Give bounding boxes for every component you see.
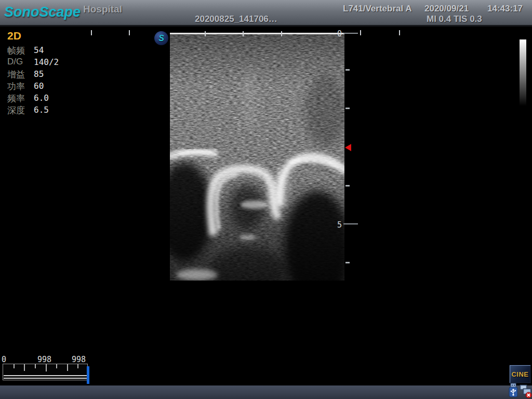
param-frequency-value: 6.0 <box>34 93 49 103</box>
cine-button-label: CINE <box>511 370 528 378</box>
mi-tis-readout: MI 0.4 TIS 0.3 <box>427 14 482 24</box>
cine-tick <box>24 364 25 371</box>
system-date: 2020/09/21 <box>424 4 469 14</box>
sonoscape-logo: SonoScape <box>4 4 81 20</box>
ruler-tick <box>345 69 350 71</box>
ruler-tick <box>360 30 361 35</box>
system-time: 14:43:17 <box>487 4 523 14</box>
ruler-major-tick <box>343 33 358 34</box>
depth-ruler-zero: 0 <box>335 29 342 38</box>
cine-tick <box>46 364 47 371</box>
usb-icon[interactable] <box>508 382 519 399</box>
network-disconnected-icon[interactable] <box>520 384 532 399</box>
param-dg-label: D/G <box>7 57 23 67</box>
ruler-tick <box>243 31 244 36</box>
cine-tick <box>67 364 68 371</box>
cine-total-frames: 998 <box>72 355 86 364</box>
cine-button[interactable]: CINE <box>509 365 531 383</box>
cine-tick <box>35 364 36 368</box>
ruler-major-tick <box>343 223 358 224</box>
ultrasound-screen: { "header": { "logo": "SonoScape", "hosp… <box>0 0 532 399</box>
param-framerate-label: 帧频 <box>7 45 25 57</box>
param-frequency-label: 频率 <box>7 92 25 104</box>
hospital-name: Hospital <box>83 4 122 15</box>
probe-orientation-marker: S <box>154 31 168 45</box>
ruler-tick <box>205 31 206 36</box>
cine-track-line <box>4 378 87 379</box>
param-gain-value: 85 <box>34 69 44 79</box>
mode-2d-label: 2D <box>7 30 21 42</box>
depth-ruler-five: 5 <box>335 220 342 230</box>
param-framerate-value: 54 <box>34 45 44 55</box>
param-depth-value: 6.5 <box>34 105 49 115</box>
cine-track-line <box>4 375 87 376</box>
ultrasound-image <box>170 33 344 281</box>
ruler-tick <box>345 185 350 187</box>
focus-position-marker-icon[interactable] <box>345 144 351 151</box>
ruler-tick <box>345 262 350 263</box>
cine-position-handle[interactable] <box>87 366 89 384</box>
param-dg-value: 140/2 <box>34 57 59 67</box>
cine-progress-bar[interactable] <box>3 364 88 380</box>
exam-id: 20200825_141706… <box>195 14 277 24</box>
probe-preset: L741/Vertebral A <box>343 4 412 14</box>
probe-marker-letter: S <box>158 34 164 43</box>
ruler-tick <box>91 30 92 35</box>
param-power-value: 60 <box>34 81 44 91</box>
cine-tick <box>14 364 15 368</box>
title-bar: SonoScape Hospital L741/Vertebral A 2020… <box>0 0 532 26</box>
cine-current-frame: 998 <box>37 355 51 364</box>
grayscale-bar <box>520 39 526 106</box>
cine-tick <box>56 364 57 368</box>
ruler-tick <box>129 30 130 35</box>
param-power-label: 功率 <box>7 81 25 92</box>
ruler-tick <box>345 108 350 109</box>
ruler-tick <box>281 31 282 36</box>
param-depth-label: 深度 <box>7 104 25 116</box>
param-gain-label: 增益 <box>7 69 25 81</box>
taskbar <box>0 385 532 399</box>
cine-tick <box>77 364 78 368</box>
ruler-tick <box>399 30 400 35</box>
cine-start-frame: 0 <box>2 355 6 364</box>
